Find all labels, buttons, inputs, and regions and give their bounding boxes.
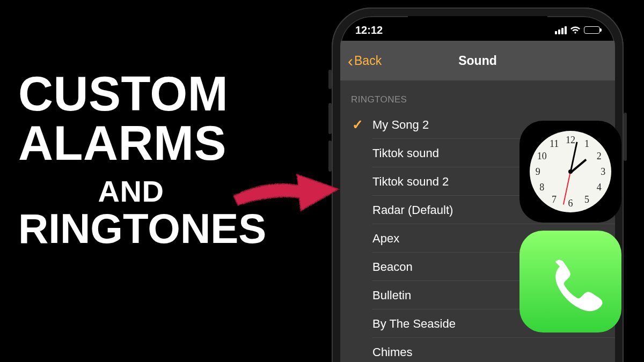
ringtone-label: Tiktok sound 2	[372, 175, 449, 189]
ringtone-label: Apex	[372, 232, 399, 246]
status-time: 12:12	[355, 24, 383, 36]
phone-volume-up	[328, 103, 332, 134]
ringtone-label: Tiktok sound	[372, 146, 439, 160]
ringtones-section-header: RINGTONES	[340, 80, 615, 110]
phone-notch	[408, 16, 547, 33]
arrow-icon	[228, 156, 346, 220]
cell-signal-icon	[555, 26, 567, 34]
phone-handset-icon	[538, 249, 603, 314]
promo-line-1: CUSTOM	[18, 70, 266, 119]
phone-app-icon	[519, 231, 621, 333]
checkmark-icon: ✓	[352, 117, 363, 132]
wifi-icon	[570, 26, 581, 34]
ringtone-label: Radar (Default)	[372, 203, 453, 217]
phone-power-button	[624, 113, 627, 161]
ringtone-label: My Song 2	[372, 118, 429, 132]
page-title: Sound	[340, 54, 615, 68]
ringtone-label: Bulletin	[372, 289, 411, 302]
battery-icon	[584, 26, 600, 34]
ringtone-label: By The Seaside	[372, 317, 456, 331]
clock-face: 12 1 2 3 4 5 6 7 8 9 10 11	[530, 131, 611, 212]
clock-app-icon: 12 1 2 3 4 5 6 7 8 9 10 11	[519, 121, 621, 223]
nav-bar: ‹ Back Sound	[340, 41, 615, 80]
phone-silence-switch	[328, 70, 332, 89]
ringtone-row[interactable]: Chimes	[340, 338, 615, 362]
ringtone-label: Beacon	[372, 260, 413, 274]
ringtone-label: Chimes	[372, 345, 413, 359]
promo-line-and: AND	[18, 176, 244, 206]
